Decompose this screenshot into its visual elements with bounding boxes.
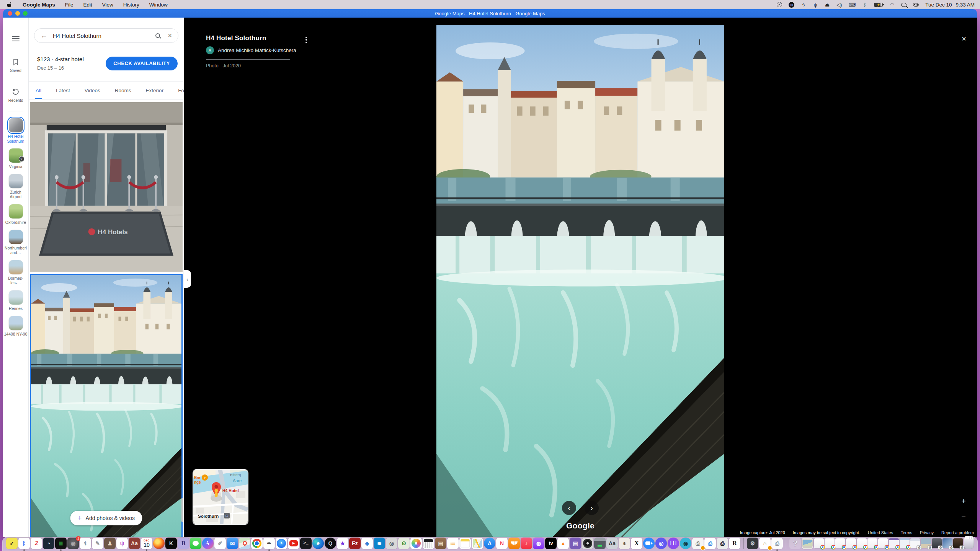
vinyl-app[interactable] xyxy=(582,538,593,551)
rail-place-virginia[interactable]: 2 Virginia xyxy=(3,148,28,169)
photo-author-row[interactable]: A Andrea Michiko Mattick-Kutschera xyxy=(206,46,296,54)
trash[interactable] xyxy=(964,538,974,551)
audio-meter-app[interactable]: ≣ xyxy=(55,538,67,551)
tab-all[interactable]: All xyxy=(35,82,42,99)
keyboard-icon[interactable]: ⌨ xyxy=(848,2,856,8)
frog-media-app[interactable]: ʘ xyxy=(398,538,410,551)
menubar-menu[interactable]: Edit xyxy=(83,2,92,8)
quicktime-app[interactable]: Q xyxy=(325,538,336,551)
webcam-app[interactable]: ◉ xyxy=(680,538,691,551)
purple-star-app[interactable]: ★ xyxy=(337,538,348,551)
dictionary-app[interactable]: Aa xyxy=(129,538,140,551)
minimized-chrome-doc[interactable] xyxy=(889,538,899,551)
piano-app[interactable] xyxy=(423,538,434,551)
firefox-app[interactable] xyxy=(153,538,165,551)
label-printer-app[interactable]: ⎙ xyxy=(717,538,728,551)
lightning-icon[interactable]: ϟ xyxy=(801,2,806,8)
report-problem-link[interactable]: Report a problem xyxy=(941,530,974,535)
desktop-window-app[interactable] xyxy=(802,538,813,551)
rail-place-oxfordshire[interactable]: Oxfordshire xyxy=(3,204,28,225)
dock-divider[interactable] xyxy=(743,538,744,549)
search-icon[interactable] xyxy=(155,33,160,38)
rail-place-bormes-les[interactable]: Bormes-les-… xyxy=(3,260,28,285)
dock-divider[interactable] xyxy=(786,538,786,549)
menubar-clock[interactable]: Tue Dec 10 9:33 AM xyxy=(925,2,975,8)
notes-app[interactable] xyxy=(459,538,471,551)
sync-check-app[interactable]: ✓ xyxy=(6,538,18,551)
chrome-app[interactable] xyxy=(251,538,263,551)
menubar-app-name[interactable]: Google Maps xyxy=(23,2,55,8)
spotlight-search-icon[interactable] xyxy=(901,3,906,7)
ink-photo-app[interactable]: ✒ xyxy=(263,538,275,551)
minimized-chrome-page[interactable] xyxy=(846,538,856,551)
contacts-app[interactable]: ▤ xyxy=(435,538,446,551)
music-app[interactable]: ♪ xyxy=(521,538,532,551)
gear-utility-app[interactable]: ⚙ xyxy=(747,538,758,551)
control-center-icon[interactable] xyxy=(913,3,919,7)
fax-app[interactable]: ⎙ xyxy=(704,538,716,551)
sidebar-recents-button[interactable]: Recents xyxy=(8,88,23,103)
r-app[interactable]: R xyxy=(729,538,740,551)
tab-food[interactable]: Food xyxy=(177,82,184,99)
author-name[interactable]: Andrea Michiko Mattick-Kutschera xyxy=(218,47,296,53)
collapse-panel-button[interactable]: ‹ xyxy=(184,270,191,288)
main-photo[interactable] xyxy=(436,25,724,537)
minimized-chrome-page[interactable] xyxy=(835,538,845,551)
back-arrow-icon[interactable]: ← xyxy=(41,32,47,40)
app-store-app[interactable]: A xyxy=(484,538,495,551)
printer-utility-app[interactable]: ⎙ xyxy=(692,538,704,551)
dark-dial-app[interactable]: ◉ 1 xyxy=(67,538,79,551)
usb-utility-app[interactable]: ψ xyxy=(116,538,128,551)
vlc-app[interactable]: ▲ xyxy=(557,538,569,551)
terms-link[interactable]: Terms xyxy=(901,530,912,535)
filezilla-app[interactable]: Fz xyxy=(349,538,361,551)
zinio-app[interactable]: Z xyxy=(31,538,42,551)
gimp-app[interactable]: ᴥ xyxy=(619,538,630,551)
add-photos-button[interactable]: + Add photos & videos xyxy=(70,511,142,525)
search-box[interactable]: ← H4 Hotel Solothurn × xyxy=(34,28,178,43)
minimized-chrome-page[interactable] xyxy=(867,538,877,551)
usb-icon[interactable]: ψ xyxy=(813,2,818,8)
sync-check-icon[interactable]: ✓ xyxy=(777,2,782,7)
books-app[interactable] xyxy=(508,538,520,551)
kindle-app[interactable]: K xyxy=(165,538,177,551)
rail-place-14408-ny-90[interactable]: 14408 NY-90 xyxy=(3,316,28,337)
wifi-icon[interactable]: ◠ xyxy=(889,2,895,8)
font-book-app[interactable]: Aa xyxy=(606,538,618,551)
photos-app[interactable] xyxy=(410,538,422,551)
x11-app[interactable]: X xyxy=(631,538,642,551)
zoom-out-button[interactable]: − xyxy=(961,512,966,521)
previous-photo-button[interactable]: ‹ xyxy=(562,501,576,515)
battery-icon[interactable]: ⚡ xyxy=(874,3,883,7)
minimized-chrome-page[interactable] xyxy=(857,538,867,551)
safari-app[interactable] xyxy=(276,538,287,551)
gray-terminal-app[interactable]: ▂ xyxy=(594,538,606,551)
bluetooth-app[interactable]: ᛒ xyxy=(18,538,30,551)
zoom-in-button[interactable]: + xyxy=(961,497,966,506)
minimized-list-window[interactable] xyxy=(910,538,920,551)
window-titlebar[interactable]: Google Maps - H4 Hotel Solothurn - Googl… xyxy=(3,9,977,18)
rail-place-h4-hotel-solothurn[interactable]: H4 Hotel Solothurn xyxy=(3,118,28,143)
google-maps-app[interactable] xyxy=(239,538,250,551)
text-editor-app[interactable]: ✎ xyxy=(92,538,103,551)
apple-tv-app[interactable]: tv xyxy=(545,538,557,551)
speed-gauge-app[interactable]: ◔ xyxy=(43,538,54,551)
pencil-app[interactable]: ✐ xyxy=(214,538,226,551)
audio-levels-icon[interactable]: ılıl xyxy=(789,2,794,8)
menubar-menu[interactable]: File xyxy=(65,2,74,8)
volume-icon[interactable]: ◁) xyxy=(836,2,842,8)
tab-rooms[interactable]: Rooms xyxy=(114,82,132,99)
minimap[interactable]: Ritterq Y Bar nge Aare H4 Hotel Solot xyxy=(193,470,248,524)
podcasts-app[interactable]: ◍ xyxy=(533,538,544,551)
next-photo-button[interactable]: › xyxy=(585,501,599,515)
purple-archive-app[interactable]: ▤ xyxy=(570,538,581,551)
zoom-app[interactable] xyxy=(643,538,655,551)
minimized-screenshot-window[interactable] xyxy=(942,538,952,551)
missing-app[interactable]: ? xyxy=(789,538,801,551)
voice-bars-app[interactable]: ||| xyxy=(668,538,679,551)
white-printer-app[interactable]: ⎙ xyxy=(771,538,783,551)
search-input[interactable]: H4 Hotel Solothurn xyxy=(53,33,150,39)
tab-exterior[interactable]: Exterior xyxy=(145,82,165,99)
reminders-app[interactable]: ≔ xyxy=(447,538,459,551)
home-app[interactable]: ⌂ xyxy=(759,538,771,551)
